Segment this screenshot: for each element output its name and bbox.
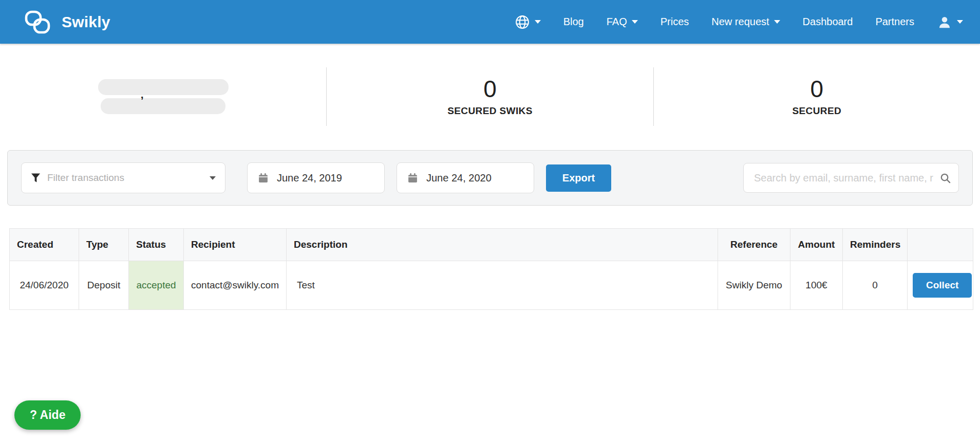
status-badge: accepted bbox=[129, 261, 184, 310]
top-nav-bar: Swikly Blog FAQ Prices New request bbox=[0, 0, 980, 44]
export-button[interactable]: Export bbox=[546, 164, 611, 192]
secured-amount-value: 0 bbox=[811, 77, 824, 101]
col-amount: Amount bbox=[790, 229, 843, 261]
brand-link[interactable]: Swikly bbox=[25, 10, 110, 34]
col-reminders: Reminders bbox=[843, 229, 908, 261]
nav-faq[interactable]: FAQ bbox=[607, 16, 638, 28]
nav-partners[interactable]: Partners bbox=[875, 16, 914, 28]
redacted-text-line bbox=[101, 98, 225, 114]
col-description: Description bbox=[287, 229, 718, 261]
redacted-text-line bbox=[98, 79, 229, 95]
nav-new-request[interactable]: New request bbox=[711, 16, 780, 28]
col-actions bbox=[908, 229, 973, 261]
search-input[interactable] bbox=[753, 172, 939, 185]
col-type: Type bbox=[79, 229, 129, 261]
nav-blog-label: Blog bbox=[563, 16, 584, 28]
caret-down-icon bbox=[957, 20, 963, 24]
table-header-row: Created Type Status Recipient Descriptio… bbox=[10, 229, 973, 261]
nav-partners-label: Partners bbox=[875, 16, 914, 28]
cell-recipient: contact@swikly.com bbox=[184, 261, 287, 310]
stats-bar: , 0 SECURED SWIKS 0 SECURED bbox=[0, 67, 980, 126]
caret-down-icon bbox=[632, 20, 638, 24]
filter-bar: Filter transactions June 24, 2019 June 2… bbox=[7, 150, 973, 206]
account-summary: , bbox=[0, 67, 326, 126]
col-recipient: Recipient bbox=[184, 229, 287, 261]
secured-swiks-value: 0 bbox=[483, 77, 497, 101]
caret-down-icon bbox=[535, 20, 541, 24]
nav-blog[interactable]: Blog bbox=[563, 16, 584, 28]
user-icon bbox=[937, 14, 952, 30]
nav-faq-label: FAQ bbox=[607, 16, 627, 28]
nav-new-request-label: New request bbox=[711, 16, 769, 28]
calendar-icon bbox=[258, 173, 269, 184]
transactions-table: Created Type Status Recipient Descriptio… bbox=[9, 228, 973, 310]
nav-dashboard[interactable]: Dashboard bbox=[803, 16, 853, 28]
search-box bbox=[743, 163, 959, 193]
date-to-value: June 24, 2020 bbox=[426, 172, 492, 184]
col-reference: Reference bbox=[718, 229, 790, 261]
nav-prices-label: Prices bbox=[661, 16, 689, 28]
filter-placeholder: Filter transactions bbox=[47, 172, 124, 184]
cell-created: 24/06/2020 bbox=[10, 261, 79, 310]
redacted-comma: , bbox=[141, 88, 144, 101]
cell-description: Test bbox=[287, 261, 718, 310]
cell-reference: Swikly Demo bbox=[718, 261, 790, 310]
nav-dashboard-label: Dashboard bbox=[803, 16, 853, 28]
cell-reminders: 0 bbox=[843, 261, 908, 310]
filter-transactions-select[interactable]: Filter transactions bbox=[21, 162, 225, 193]
nav-prices[interactable]: Prices bbox=[661, 16, 689, 28]
stat-secured-amount: 0 SECURED bbox=[653, 67, 980, 126]
cell-type: Deposit bbox=[79, 261, 129, 310]
col-status: Status bbox=[129, 229, 184, 261]
secured-amount-label: SECURED bbox=[792, 105, 841, 117]
secured-swiks-label: SECURED SWIKS bbox=[447, 105, 533, 117]
funnel-icon bbox=[31, 173, 41, 183]
search-icon bbox=[939, 172, 951, 184]
date-from-value: June 24, 2019 bbox=[277, 172, 342, 184]
help-button[interactable]: ? Aide bbox=[14, 400, 81, 430]
main-nav: Blog FAQ Prices New request Dashboard Pa… bbox=[515, 14, 963, 30]
language-menu[interactable] bbox=[515, 14, 541, 30]
date-from-input[interactable]: June 24, 2019 bbox=[247, 162, 385, 193]
globe-icon bbox=[515, 14, 530, 30]
caret-down-icon bbox=[774, 20, 780, 24]
caret-down-icon bbox=[210, 176, 216, 180]
date-to-input[interactable]: June 24, 2020 bbox=[397, 162, 534, 193]
table-row: 24/06/2020 Deposit accepted contact@swik… bbox=[10, 261, 973, 310]
stat-secured-swiks: 0 SECURED SWIKS bbox=[326, 67, 653, 126]
cell-amount: 100€ bbox=[790, 261, 843, 310]
calendar-icon bbox=[407, 173, 418, 184]
collect-button[interactable]: Collect bbox=[913, 273, 972, 298]
col-created: Created bbox=[10, 229, 79, 261]
brand-name: Swikly bbox=[62, 13, 110, 31]
account-menu[interactable] bbox=[937, 14, 963, 30]
swikly-logo-icon bbox=[25, 10, 50, 34]
